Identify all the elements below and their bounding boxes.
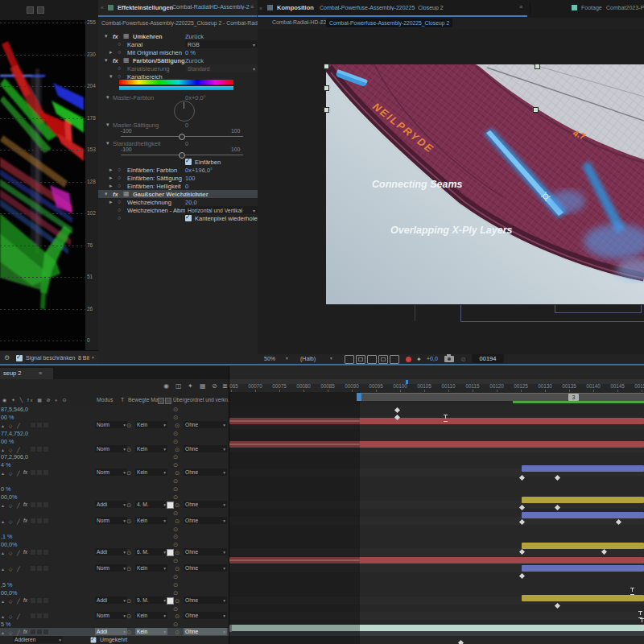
blend-mode-dropdown[interactable]: Addi▾ [95,548,127,555]
property-value-row[interactable]: 87,5,546,0⊙ [0,405,229,413]
layer-duration-bar[interactable] [522,565,644,572]
pickwhip-icon[interactable]: ⊙ [173,406,178,413]
work-area-bar[interactable] [360,393,644,401]
property-value[interactable]: 00,0% [1,589,17,597]
reset-button[interactable]: Zurück [185,191,204,198]
fx-switch-icon[interactable]: fx [23,549,27,555]
pickwhip-icon[interactable]: ⊙ [175,469,180,477]
layer-switch-box[interactable] [43,630,48,634]
pickwhip-icon[interactable]: ⊙ [173,541,178,548]
stopwatch-icon[interactable]: ○ [118,49,121,55]
property-value[interactable]: 00,0% [1,493,17,501]
pickwhip-icon[interactable]: ⊙ [126,549,131,556]
pickwhip-icon[interactable]: ⊙ [173,621,178,628]
comment-icon[interactable] [390,355,399,364]
property-value-row[interactable]: 5 %⊙ [0,620,229,628]
layer-row[interactable]: ▴ ◇ ╱fxAddi▾⊙6. M.▾⊙Ohne▾ [0,548,229,556]
effect-checkbox[interactable] [185,215,192,221]
layer-duration-bar[interactable] [522,595,644,601]
timeline-tab[interactable]: seup 2 ≡ [0,368,53,379]
pickwhip-icon[interactable]: ⊙ [126,518,131,525]
property-value-row[interactable]: ,5 %⊙ [0,580,229,588]
property-value[interactable]: 0 [185,183,188,190]
twirl-icon[interactable]: ▾ [106,122,109,128]
property-value-row[interactable]: 00,0%⊙ [0,588,229,597]
pickwhip-icon[interactable]: ⊙ [173,414,178,421]
pickwhip-icon[interactable]: ⊙ [126,629,131,636]
roi-icon[interactable] [345,355,354,364]
frame-blend-icon[interactable]: ▦ [200,382,206,390]
blend-mode-dropdown[interactable]: Norm▾ [95,445,127,452]
navigator-cti-icon[interactable] [406,380,408,384]
property-value-row[interactable]: 07,2,906,0⊙ [0,452,229,460]
blend-mode-dropdown[interactable]: Norm▾ [95,517,127,524]
blend-mode-dropdown[interactable]: Norm▾ [95,612,127,619]
blend-mode-dropdown[interactable]: Norm▾ [95,564,127,572]
mask-mode-dropdown[interactable]: Addieren▾ [13,636,63,643]
property-value[interactable]: 07,2,906,0 [1,453,28,460]
pickwhip-icon[interactable]: ⊙ [126,565,131,572]
pickwhip-icon[interactable]: ⊙ [173,485,178,493]
layer-row[interactable]: ▴ ◇ ╱fxNorm▾⊙Kein▾⊙Ohne▾ [0,517,229,525]
camera-icon[interactable] [444,356,454,362]
stopwatch-icon[interactable]: ○ [118,207,121,213]
breadcrumb-current[interactable]: Combat-Powerfuse-Assembly-220225_Closeup… [326,19,452,27]
matte-icon[interactable] [167,597,174,605]
property-value[interactable]: 100 [185,175,196,182]
layer-switch-box[interactable] [31,630,35,634]
layer-switch-box[interactable] [37,630,42,634]
stopwatch-icon[interactable]: ○ [118,41,121,47]
layer-switch-box[interactable] [37,613,42,618]
trkmat-dropdown[interactable]: Kein▾ [135,445,167,452]
layer-switch-box[interactable] [37,550,42,555]
parent-link-dropdown[interactable]: Ohne▾ [184,445,227,452]
twirl-icon[interactable]: ▸ [109,49,113,56]
resolution-dropdown[interactable]: (Halb) [300,356,316,361]
time-navigator[interactable] [229,379,644,384]
trkmat-dropdown[interactable]: 4. M.▾ [135,501,167,508]
layer-switch-box[interactable] [31,613,35,618]
effect-checkbox[interactable] [185,159,192,165]
property-value[interactable]: ,1 % [1,533,12,540]
property-value-row[interactable]: ,1 %⊙ [0,532,229,540]
layer-duration-bar[interactable] [522,465,644,472]
mini-flowchart-icon[interactable]: ◉ [163,382,169,390]
property-value[interactable]: ,5 % [1,581,12,588]
composition-tab-title[interactable]: Komposition [277,4,314,11]
zoom-level-dropdown[interactable]: 50% [264,356,275,361]
twirl-icon[interactable]: ▾ [106,94,109,101]
fx-switch-icon[interactable]: fx [23,629,27,634]
layer-switch-box[interactable] [31,518,35,523]
pickwhip-icon[interactable]: ⊙ [173,581,178,588]
property-value[interactable]: 4 % [1,461,10,469]
layer-switch-box[interactable] [37,598,42,603]
layer-switch-box[interactable] [43,447,48,452]
layer-row[interactable]: ▴ ◇ ╱fxAddi▾⊙4. M.▾⊙Ohne▾ [0,501,229,509]
parent-link-dropdown[interactable]: Ohne▾ [184,517,227,524]
fx-switch-icon[interactable]: fx [23,469,27,475]
trkmat-dropdown[interactable]: Kein▾ [135,564,167,572]
layer-switch-box[interactable] [43,470,48,475]
bit-depth-dropdown[interactable]: 8 Bit [78,355,89,361]
reset-button[interactable]: Zurück [185,33,204,40]
effect-dropdown[interactable]: RGB▾ [185,40,258,48]
pickwhip-icon[interactable]: ⊙ [173,493,178,501]
timecode-field[interactable]: 00194 [472,354,504,363]
twirl-icon[interactable]: ▾ [105,33,108,39]
layer-row[interactable]: ▴ ◇ ╱fxAddi▾⊙Kein▾⊙Ohne▾ [0,628,229,636]
column-trkmat[interactable]: Bewegte Ma.. [128,397,162,402]
twirl-icon[interactable]: ▸ [109,199,113,205]
twirl-icon[interactable]: ▸ [109,167,113,173]
property-value[interactable]: 0 % [185,49,196,56]
property-value-row[interactable]: 00,0%⊙ [0,540,229,548]
layer-switch-box[interactable] [43,518,48,523]
layer-switch-box[interactable] [37,566,42,571]
pickwhip-icon[interactable]: ⊙ [175,422,180,429]
stopwatch-icon[interactable]: ○ [118,215,121,221]
scope-header-icon[interactable] [37,6,44,14]
stopwatch-icon[interactable]: ○ [118,199,121,204]
layer-switch-box[interactable] [37,470,42,475]
twirl-icon[interactable]: ▾ [106,140,109,147]
parent-link-dropdown[interactable]: Ohne▾ [184,612,227,619]
property-value[interactable]: 5 % [1,621,10,628]
